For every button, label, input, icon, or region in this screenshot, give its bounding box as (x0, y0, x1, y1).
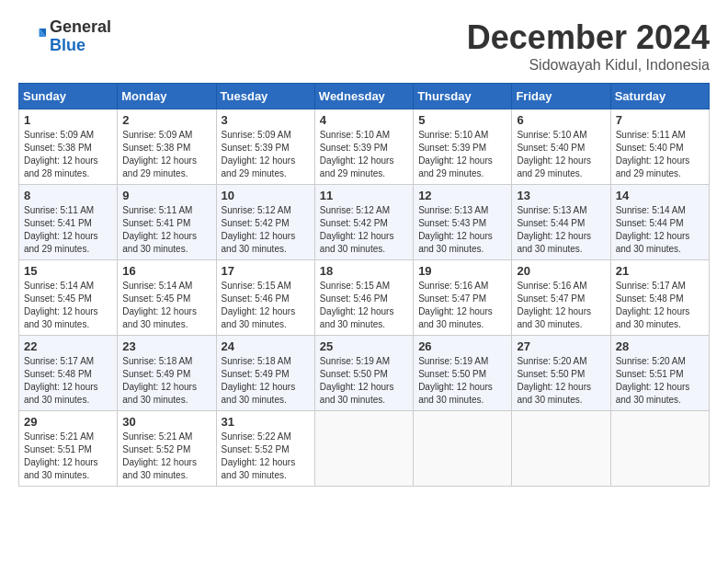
calendar-cell: 4 Sunrise: 5:10 AM Sunset: 5:39 PM Dayli… (314, 109, 413, 185)
sunset-label: Sunset: 5:40 PM (616, 143, 684, 153)
day-info: Sunrise: 5:09 AM Sunset: 5:38 PM Dayligh… (24, 129, 112, 180)
calendar-cell: 8 Sunrise: 5:11 AM Sunset: 5:41 PM Dayli… (19, 185, 118, 260)
sunset-label: Sunset: 5:47 PM (517, 293, 585, 304)
day-number: 11 (320, 189, 408, 202)
calendar-cell: 12 Sunrise: 5:13 AM Sunset: 5:43 PM Dayl… (414, 185, 512, 260)
day-number: 25 (320, 339, 408, 353)
calendar-cell: 29 Sunrise: 5:21 AM Sunset: 5:51 PM Dayl… (19, 411, 118, 487)
sunrise-label: Sunrise: 5:09 AM (24, 130, 94, 140)
daylight-label: Daylight: 12 hours and 30 minutes. (222, 382, 296, 405)
day-info: Sunrise: 5:10 AM Sunset: 5:39 PM Dayligh… (418, 129, 506, 180)
sunrise-label: Sunrise: 5:20 AM (616, 356, 686, 366)
day-info: Sunrise: 5:19 AM Sunset: 5:50 PM Dayligh… (320, 355, 408, 407)
calendar-cell: 2 Sunrise: 5:09 AM Sunset: 5:38 PM Dayli… (118, 109, 216, 185)
daylight-label: Daylight: 12 hours and 30 minutes. (222, 231, 296, 254)
title-area: December 2024 Sidowayah Kidul, Indonesia (467, 18, 710, 74)
sunrise-label: Sunrise: 5:11 AM (122, 205, 192, 215)
sunrise-label: Sunrise: 5:12 AM (320, 205, 390, 215)
daylight-label: Daylight: 12 hours and 30 minutes. (418, 306, 493, 329)
sunset-label: Sunset: 5:44 PM (517, 218, 585, 228)
day-info: Sunrise: 5:17 AM Sunset: 5:48 PM Dayligh… (616, 280, 704, 331)
daylight-label: Daylight: 12 hours and 30 minutes. (24, 382, 98, 405)
calendar-cell: 25 Sunrise: 5:19 AM Sunset: 5:50 PM Dayl… (314, 336, 413, 411)
day-number: 27 (517, 339, 605, 353)
day-number: 7 (616, 113, 704, 127)
sunrise-label: Sunrise: 5:10 AM (320, 130, 390, 140)
day-info: Sunrise: 5:15 AM Sunset: 5:46 PM Dayligh… (222, 280, 310, 331)
day-info: Sunrise: 5:20 AM Sunset: 5:50 PM Dayligh… (517, 355, 605, 407)
day-number: 30 (122, 415, 210, 429)
day-info: Sunrise: 5:21 AM Sunset: 5:52 PM Dayligh… (122, 431, 210, 482)
daylight-label: Daylight: 12 hours and 30 minutes. (222, 457, 296, 480)
day-info: Sunrise: 5:14 AM Sunset: 5:45 PM Dayligh… (122, 280, 210, 331)
calendar-cell: 23 Sunrise: 5:18 AM Sunset: 5:49 PM Dayl… (118, 336, 216, 411)
sunset-label: Sunset: 5:39 PM (320, 143, 388, 153)
calendar-cell: 28 Sunrise: 5:20 AM Sunset: 5:51 PM Dayl… (610, 336, 709, 411)
day-info: Sunrise: 5:14 AM Sunset: 5:45 PM Dayligh… (24, 280, 112, 331)
day-number: 18 (320, 264, 408, 278)
calendar-cell: 30 Sunrise: 5:21 AM Sunset: 5:52 PM Dayl… (118, 411, 216, 487)
day-number: 20 (517, 264, 605, 278)
sunset-label: Sunset: 5:47 PM (418, 293, 486, 304)
sunset-label: Sunset: 5:46 PM (320, 293, 388, 304)
calendar-cell: 26 Sunrise: 5:19 AM Sunset: 5:50 PM Dayl… (414, 336, 512, 411)
sunset-label: Sunset: 5:38 PM (24, 143, 92, 153)
day-info: Sunrise: 5:18 AM Sunset: 5:49 PM Dayligh… (122, 355, 210, 407)
day-number: 21 (616, 264, 704, 278)
daylight-label: Daylight: 12 hours and 30 minutes. (320, 382, 394, 405)
sunset-label: Sunset: 5:43 PM (418, 218, 486, 228)
day-info: Sunrise: 5:13 AM Sunset: 5:43 PM Dayligh… (418, 204, 506, 256)
day-info: Sunrise: 5:10 AM Sunset: 5:39 PM Dayligh… (320, 129, 408, 180)
sunrise-label: Sunrise: 5:16 AM (517, 281, 586, 291)
calendar-cell: 1 Sunrise: 5:09 AM Sunset: 5:38 PM Dayli… (19, 109, 118, 185)
day-number: 17 (222, 264, 310, 278)
calendar-cell: 18 Sunrise: 5:15 AM Sunset: 5:46 PM Dayl… (314, 260, 413, 336)
calendar-cell: 5 Sunrise: 5:10 AM Sunset: 5:39 PM Dayli… (414, 109, 512, 185)
daylight-label: Daylight: 12 hours and 30 minutes. (122, 382, 197, 405)
day-number: 3 (222, 113, 310, 127)
sunrise-label: Sunrise: 5:15 AM (320, 281, 390, 291)
sunrise-label: Sunrise: 5:19 AM (320, 356, 390, 366)
daylight-label: Daylight: 12 hours and 30 minutes. (517, 306, 591, 329)
day-info: Sunrise: 5:11 AM Sunset: 5:40 PM Dayligh… (616, 129, 704, 180)
sunset-label: Sunset: 5:39 PM (222, 143, 290, 153)
calendar-cell (414, 411, 512, 487)
sunset-label: Sunset: 5:48 PM (24, 369, 92, 379)
day-info: Sunrise: 5:12 AM Sunset: 5:42 PM Dayligh… (320, 204, 408, 256)
calendar-cell: 27 Sunrise: 5:20 AM Sunset: 5:50 PM Dayl… (512, 336, 610, 411)
calendar-cell: 19 Sunrise: 5:16 AM Sunset: 5:47 PM Dayl… (414, 260, 512, 336)
day-number: 24 (222, 339, 310, 353)
day-info: Sunrise: 5:13 AM Sunset: 5:44 PM Dayligh… (517, 204, 605, 256)
week-row-5: 29 Sunrise: 5:21 AM Sunset: 5:51 PM Dayl… (19, 411, 710, 487)
sunrise-label: Sunrise: 5:17 AM (616, 281, 686, 291)
day-info: Sunrise: 5:14 AM Sunset: 5:44 PM Dayligh… (616, 204, 704, 256)
sunset-label: Sunset: 5:50 PM (320, 369, 388, 379)
day-number: 5 (418, 113, 506, 127)
day-number: 28 (616, 339, 704, 353)
day-number: 13 (517, 189, 605, 202)
sunrise-label: Sunrise: 5:20 AM (517, 356, 586, 366)
location-title: Sidowayah Kidul, Indonesia (467, 57, 710, 74)
weekday-sunday: Sunday (19, 84, 118, 109)
day-number: 16 (122, 264, 210, 278)
sunset-label: Sunset: 5:38 PM (122, 143, 190, 153)
week-row-3: 15 Sunrise: 5:14 AM Sunset: 5:45 PM Dayl… (19, 260, 710, 336)
day-number: 19 (418, 264, 506, 278)
sunset-label: Sunset: 5:42 PM (222, 218, 290, 228)
weekday-saturday: Saturday (610, 84, 709, 109)
sunset-label: Sunset: 5:51 PM (616, 369, 684, 379)
week-row-2: 8 Sunrise: 5:11 AM Sunset: 5:41 PM Dayli… (19, 185, 710, 260)
weekday-header-row: SundayMondayTuesdayWednesdayThursdayFrid… (19, 84, 710, 109)
calendar-cell: 24 Sunrise: 5:18 AM Sunset: 5:49 PM Dayl… (216, 336, 314, 411)
daylight-label: Daylight: 12 hours and 30 minutes. (24, 457, 98, 480)
day-info: Sunrise: 5:18 AM Sunset: 5:49 PM Dayligh… (222, 355, 310, 407)
page-header: General Blue December 2024 Sidowayah Kid… (18, 18, 710, 74)
calendar-cell (512, 411, 610, 487)
day-number: 23 (122, 339, 210, 353)
logo-text: General Blue (50, 18, 111, 55)
week-row-1: 1 Sunrise: 5:09 AM Sunset: 5:38 PM Dayli… (19, 109, 710, 185)
weekday-tuesday: Tuesday (216, 84, 314, 109)
sunset-label: Sunset: 5:51 PM (24, 444, 92, 454)
logo-icon (18, 23, 46, 51)
daylight-label: Daylight: 12 hours and 29 minutes. (122, 155, 197, 178)
